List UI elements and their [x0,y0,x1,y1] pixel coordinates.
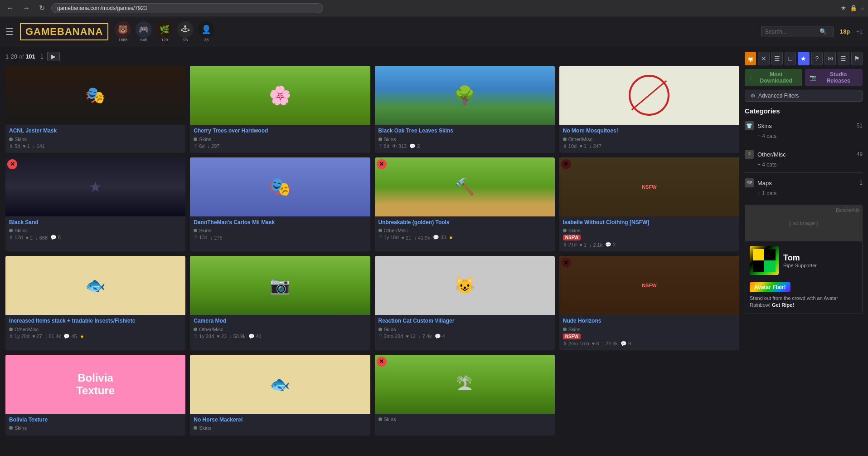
other-subcats[interactable]: + 4 cats [757,161,863,169]
category-name: Skins [15,137,27,142]
category-dot [563,229,567,232]
mod-category: Skins [378,417,551,422]
toolbar-icon-grid[interactable]: □ [785,52,796,65]
skins-subcats[interactable]: + 4 cats [757,132,863,140]
nav-avatar-1[interactable]: 🐻 [115,21,131,38]
reload-button[interactable]: ↻ [36,3,48,13]
mod-card-dann-mii[interactable]: 🎭 DannTheMan's Carlos Mii Mask Skins ⇧ 1… [190,157,370,252]
mod-title: DannTheMan's Carlos Mii Mask [194,219,366,226]
pagination-next[interactable]: ▶ [47,52,60,61]
hamburger-menu[interactable]: ☰ [5,26,14,37]
toolbar-icon-x[interactable]: ✕ [758,52,769,65]
mod-card-camera[interactable]: 📷 Camera Mod Other/Misc ⇧ 1y 28d ♥ 23 ↓ … [190,256,370,350]
mod-card-increased-items[interactable]: 🐟 Increased Items stack + tradable Insec… [5,256,185,350]
mod-card-mosquito[interactable]: No More Mosquitoes! Other/Misc ⇧ 10d ♥ 1… [559,66,739,153]
mod-card-black-oak[interactable]: 🌳 Black Oak Tree Leaves Skins Skins ⇧ 8d… [375,66,555,153]
mod-card-acnl-jester[interactable]: 🎭 ACNL Jester Mask Skins ⇧ 5d ♥ 1 ↓ 141 [5,66,185,153]
category-name-maps: Maps [757,180,772,186]
blocked-icon: ✕ [377,357,387,367]
category-dot [194,426,197,430]
mod-card-no-horse[interactable]: 🐟 No Horse Mackerel Skins [190,355,370,436]
ad-banner[interactable]: BananaAds [ ad image ] Tom Ripe Supporte… [745,205,863,314]
search-icon: 🔍 [820,28,827,35]
nav-avatar-count-2: 645 [136,38,152,42]
stat-comments: 💬 45 [63,333,77,339]
nav-avatar-5[interactable]: 👤 [198,21,214,38]
mod-stats-2: ⇧ 21d ♥ 1 ↓ 2.1k 💬 2 [563,242,736,248]
nav-avatar-2[interactable]: 🎮 [136,21,152,38]
mod-card-nude-horizons[interactable]: ✕ NSFW Nude Horizons Skins NSFW ⇧ 2mo 1m… [559,256,739,350]
mod-info-fourth: Skins [375,414,555,427]
mod-category: Other/Misc [378,228,551,233]
studio-releases-btn[interactable]: 📷 Studio Releases [805,69,863,86]
blocked-icon: ✕ [377,159,387,169]
mod-card-unbreakable[interactable]: ✕ 🔨 Unbreakable (golden) Tools Other/Mis… [375,157,555,252]
category-name-other: Other/Misc [757,151,786,158]
back-button[interactable]: ← [4,3,16,13]
maps-subcats[interactable]: + 1 cats [757,189,863,197]
mod-info-unbreakable: Unbreakable (golden) Tools Other/Misc ⇧ … [375,216,555,245]
mod-title: No Horse Mackerel [194,417,366,424]
mod-card-reaction-cat[interactable]: 😺 Reaction Cat Custom Villager Skins ⇧ 2… [375,256,555,350]
mod-title: Nude Horizons [563,318,736,325]
nav-avatar-3[interactable]: 🌿 [156,21,173,38]
search-input[interactable] [765,29,820,35]
stat-comments: 💬 2 [605,242,616,248]
toolbar-icon-mail[interactable]: ✉ [824,52,836,65]
mod-card-bolivia[interactable]: BoliviaTexture Bolivia Texture Skins [5,355,185,436]
mod-card-isabelle[interactable]: ✕ NSFW Isabelle Without Clothing [NSFW] … [559,157,739,252]
mod-thumb-reaction: 😺 [375,256,555,315]
nav-avatar-count-3: 129 [156,38,173,42]
toolbar-icon-gear[interactable]: ★ [798,52,809,65]
mod-stats: ⇧ 8d 👁 313 💬 2 [378,143,551,149]
mod-category: Skins [194,228,366,233]
category-name: Skins [15,425,27,431]
nsfw-badge: NSFW [563,235,581,240]
mod-thumb-nude: ✕ NSFW [559,256,739,315]
pagination-range: 1-20 of 101 1 [5,53,44,60]
toolbar-icon-list[interactable]: ☰ [771,52,783,65]
mod-card-black-sand[interactable]: ✕ ★ Black Sand Skins ⇧ 12d ♥ 2 ↓ 688 💬 6 [5,157,185,252]
category-other[interactable]: ? Other/Misc 49 [745,148,863,161]
nav-avatar-4[interactable]: 🕹 [177,21,194,38]
search-bar[interactable]: 🔍 [761,26,834,37]
ad-text-block: Tom Ripe Supporter [783,253,817,268]
mod-stats: ⇧ 5d ♥ 1 ↓ 141 [9,143,182,149]
toolbar-icon-flag[interactable]: ⚑ [851,52,863,65]
advanced-filters-btn[interactable]: ⚙ Advanced Filters [745,90,863,102]
ad-cta: Get Ripe! [772,302,794,308]
stat-age: ⇧ 10d [563,143,577,149]
category-name: Skins [568,228,581,233]
forward-button[interactable]: → [20,3,33,13]
category-count-skins: 51 [857,123,863,129]
mod-stats: ⇧ 1y 18d ♥ 21 ↓ 41.9k 💬 33 ★ [378,235,551,240]
ad-name: Tom [783,253,817,263]
site-logo[interactable]: GAMEBANANA [20,23,108,40]
category-dot [563,328,567,331]
categories-title: Categories [745,107,863,115]
mod-card-cherry-trees[interactable]: 🌸 Cherry Trees over Hardwood Skins ⇧ 6d … [190,66,370,153]
toolbar-icon-question[interactable]: ? [811,52,823,65]
mod-title: Unbreakable (golden) Tools [378,219,551,226]
toolbar-icon-menu2[interactable]: ☰ [838,52,849,65]
toolbar-icon-active[interactable]: ◉ [745,52,756,65]
svg-rect-0 [753,249,764,260]
stat-comments: 💬 4 [435,333,445,339]
mod-title: Black Sand [9,219,182,226]
mod-category: Skins [194,425,366,431]
url-bar[interactable] [51,3,323,13]
stat-comments: 💬 33 [433,235,446,240]
user-points-extra: +1 [856,29,863,35]
mod-card-fourth[interactable]: ✕ 🏝 Skins [375,355,555,436]
mod-stats-2: ⇧ 2mo 1mo ♥ 8 ↓ 22.8k 💬 9 [563,341,736,347]
category-name: Skins [199,228,211,233]
mod-category: Skins [194,137,366,142]
most-downloaded-btn[interactable]: ↓ Most Downloaded [745,69,802,86]
nav-avatars: 🐻 1888 🎮 645 🌿 129 🕹 96 👤 38 [115,21,214,42]
category-skins[interactable]: 👕 Skins 51 [745,119,863,132]
mod-info-camera: Camera Mod Other/Misc ⇧ 1y 28d ♥ 23 ↓ 58… [190,315,370,343]
stat-likes: ♥ 2 [25,235,33,240]
stat-age: ⇧ 6d [194,143,204,149]
category-maps[interactable]: 🗺 Maps 1 [745,177,863,189]
category-dot [194,137,197,141]
